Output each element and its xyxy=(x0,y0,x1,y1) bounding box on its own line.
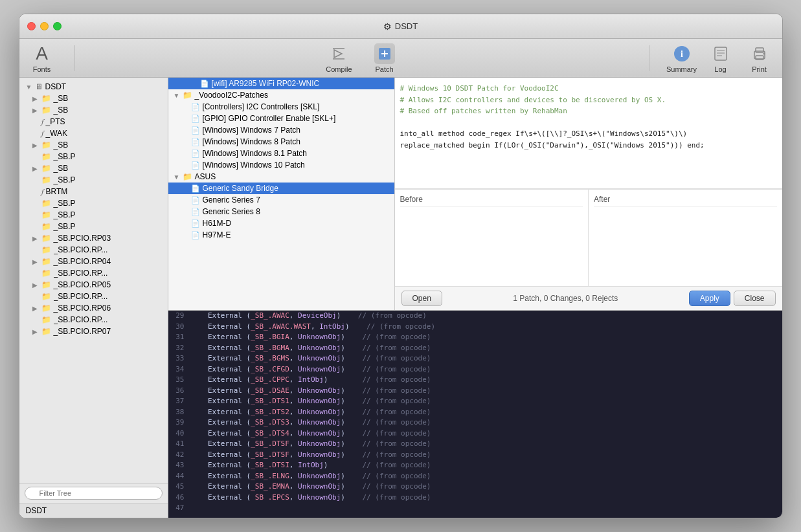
sidebar-item-pcio-rp05[interactable]: ▶ 📁 _SB.PCIO.RP05 xyxy=(19,279,168,291)
close-patch-button[interactable]: Close xyxy=(734,291,776,306)
doc-icon: 📄 xyxy=(191,231,200,239)
patch-item-sandy[interactable]: 📄 Generic Sandy Bridge xyxy=(168,183,394,194)
line-content: External (_SB_.CFGD, UnknownObj) // (fro… xyxy=(191,364,782,375)
sidebar-item-label: _SB.PCIO.RP04 xyxy=(54,257,111,266)
patch-item-label: H61M-D xyxy=(203,219,232,228)
sidebar-item-label: _SB.P xyxy=(54,210,76,219)
patch-item-gpio[interactable]: 📄 [GPIO] GPIO Controller Enable [SKL+] xyxy=(168,113,394,124)
sidebar-item-pcio-rpa[interactable]: 📁 _SB.PCIO.RP... xyxy=(19,244,168,256)
patch-item-h61md[interactable]: 📄 H61M-D xyxy=(168,217,394,229)
sidebar-item-sbp1[interactable]: 📁 _SB.P xyxy=(19,151,168,162)
sidebar-item-sb2[interactable]: ▶ 📁 _SB xyxy=(19,104,168,116)
line-number: 30 xyxy=(168,322,191,333)
sidebar-item-label: _SB.PCIO.RP07 xyxy=(54,327,111,336)
sidebar-item-dsdt[interactable]: ▼ 🖥 DSDT xyxy=(19,81,168,93)
sidebar-item-label: DSDT xyxy=(45,82,67,91)
patch-line-4 xyxy=(400,117,777,129)
sidebar-item-label: _SB.PCIO.RP03 xyxy=(54,234,111,243)
patch-line-6: replace_matched begin If(LOr(_OSI("Darwi… xyxy=(400,140,777,151)
patch-item-series8[interactable]: 📄 Generic Series 8 xyxy=(168,206,394,217)
sidebar-item-wak[interactable]: 𝑓 _WAK xyxy=(19,127,168,139)
sidebar-item-pcio-rp06[interactable]: ▶ 📁 _SB.PCIO.RP06 xyxy=(19,302,168,314)
sidebar-item-pcio-rpd[interactable]: 📁 _SB.PCIO.RP... xyxy=(19,314,168,326)
patch-item-win8[interactable]: 📄 [Windows] Windows 8 Patch xyxy=(168,136,394,148)
sidebar-item-brtm[interactable]: 𝑓 BRTM xyxy=(19,186,168,197)
sidebar-item-sb3[interactable]: ▶ 📁 _SB xyxy=(19,139,168,151)
patch-group-voodooi2c[interactable]: ▼ 📁 _VoodooI2C-Patches xyxy=(168,89,394,101)
doc-icon: 📄 xyxy=(191,219,200,228)
patch-group-asus[interactable]: ▼ 📁 ASUS xyxy=(168,171,394,183)
sidebar-item-pcio-rp03[interactable]: ▶ 📁 _SB.PCIO.RP03 xyxy=(19,232,168,244)
patch-item-win7[interactable]: 📄 [Windows] Windows 7 Patch xyxy=(168,124,394,136)
func-icon: 𝑓 xyxy=(41,117,43,126)
line-number: 44 xyxy=(168,471,191,482)
sidebar-item-pcio-rpc[interactable]: 📁 _SB.PCIO.RP... xyxy=(19,291,168,302)
line-number: 40 xyxy=(168,428,191,439)
window-title: ⚙ DSDT xyxy=(383,21,418,32)
sidebar-item-label: BRTM xyxy=(46,187,68,196)
print-toolbar-item[interactable]: Print xyxy=(743,43,776,73)
summary-label: Summary xyxy=(666,65,697,73)
line-content: External (_SB_.ELNG, UnknownObj) // (fro… xyxy=(191,471,782,482)
toolbar: A Fonts Compile xyxy=(19,39,782,78)
patch-line-5: into_all method code_regex If\s+\([\\]?_… xyxy=(400,128,777,140)
patch-item-win81[interactable]: 📄 [Windows] Windows 8.1 Patch xyxy=(168,148,394,159)
line-number: 31 xyxy=(168,332,191,343)
compile-icon xyxy=(329,43,350,64)
code-line-41: 41 External (_SB_.DTSF, UnknownObj) // (… xyxy=(168,439,782,450)
folder-icon: 🖥 xyxy=(35,82,43,91)
sidebar-item-pcio-rp07[interactable]: ▶ 📁 _SB.PCIO.RP07 xyxy=(19,326,168,337)
patch-item-i2c[interactable]: 📄 [Controllers] I2C Controllers [SKL] xyxy=(168,101,394,113)
line-number: 35 xyxy=(168,375,191,386)
sidebar-item-pts[interactable]: 𝑓 _PTS xyxy=(19,116,168,127)
folder-icon: 📁 xyxy=(41,105,51,115)
sidebar-item-sbp4[interactable]: 📁 _SB.P xyxy=(19,209,168,221)
right-panel: 📄 [wifi] AR9285 WiFi RP02-WNIC ▼ 📁 _Vood… xyxy=(168,78,782,518)
close-button[interactable] xyxy=(27,22,36,30)
func-icon: 𝑓 xyxy=(41,129,43,138)
patch-item-win10[interactable]: 📄 [Windows] Windows 10 Patch xyxy=(168,159,394,171)
open-button[interactable]: Open xyxy=(401,291,442,306)
folder-icon: 📁 xyxy=(41,175,51,184)
log-toolbar-item[interactable]: Log xyxy=(705,43,737,73)
line-content: External (_SB_.DTSI, IntObj) // (from op… xyxy=(191,460,782,471)
patch-item-series7[interactable]: 📄 Generic Series 7 xyxy=(168,194,394,206)
filter-input[interactable] xyxy=(25,487,163,500)
sidebar-item-sb4[interactable]: ▶ 📁 _SB xyxy=(19,162,168,174)
sidebar-item-sb1[interactable]: ▶ 📁 _SB xyxy=(19,93,168,104)
patch-item-wifi[interactable]: 📄 [wifi] AR9285 WiFi RP02-WNIC xyxy=(168,78,394,89)
patch-item-h97me[interactable]: 📄 H97M-E xyxy=(168,229,394,241)
minimize-button[interactable] xyxy=(40,22,49,30)
patch-item-label: [GPIO] GPIO Controller Enable [SKL+] xyxy=(203,114,336,123)
patch-item-label: [Windows] Windows 8 Patch xyxy=(203,137,300,146)
fonts-toolbar-item[interactable]: A Fonts xyxy=(26,43,58,73)
sidebar-item-label: _SB.PCIO.RP06 xyxy=(54,304,111,313)
sidebar-tree: ▼ 🖥 DSDT ▶ 📁 _SB ▶ 📁 _SB 𝑓 xyxy=(19,78,168,483)
toolbar-separator-2 xyxy=(649,45,649,71)
compile-toolbar-item[interactable]: Compile xyxy=(323,43,355,73)
patch-toolbar-item[interactable]: Patch xyxy=(368,43,401,73)
fonts-label: Fonts xyxy=(33,65,51,73)
sidebar-item-label: _WAK xyxy=(46,129,68,138)
folder-icon: 📁 xyxy=(183,172,192,181)
line-number: 47 xyxy=(168,503,191,514)
apply-button[interactable]: Apply xyxy=(689,291,730,306)
patch-line-1: # Windows 10 DSDT Patch for VoodooI2C xyxy=(400,83,777,94)
sidebar-item-pcio-rp04[interactable]: ▶ 📁 _SB.PCIO.RP04 xyxy=(19,256,168,267)
patch-icon xyxy=(374,43,395,64)
maximize-button[interactable] xyxy=(53,22,62,30)
folder-icon: 📁 xyxy=(41,292,51,301)
line-content: External (_SB_.DSAE, UnknownObj) // (fro… xyxy=(191,386,782,397)
doc-icon: 📄 xyxy=(191,208,200,216)
after-header: After xyxy=(594,192,777,207)
sidebar-item-sbp3[interactable]: 📁 _SB.P xyxy=(19,197,168,209)
line-content: External (_SB_.CPPC, IntObj) // (from op… xyxy=(191,375,782,386)
line-number: 29 xyxy=(168,311,191,322)
line-number: 39 xyxy=(168,417,191,428)
sidebar-item-sbp2[interactable]: 📁 _SB.P xyxy=(19,174,168,186)
code-line-31: 31 External (_SB_.BGIA, UnknownObj) // (… xyxy=(168,332,782,343)
summary-toolbar-item[interactable]: i Summary xyxy=(666,43,698,73)
sidebar-item-sbp5[interactable]: 📁 _SB.P xyxy=(19,221,168,232)
sidebar-item-pcio-rpb[interactable]: 📁 _SB.PCIO.RP... xyxy=(19,267,168,279)
patch-label: Patch xyxy=(375,65,393,73)
